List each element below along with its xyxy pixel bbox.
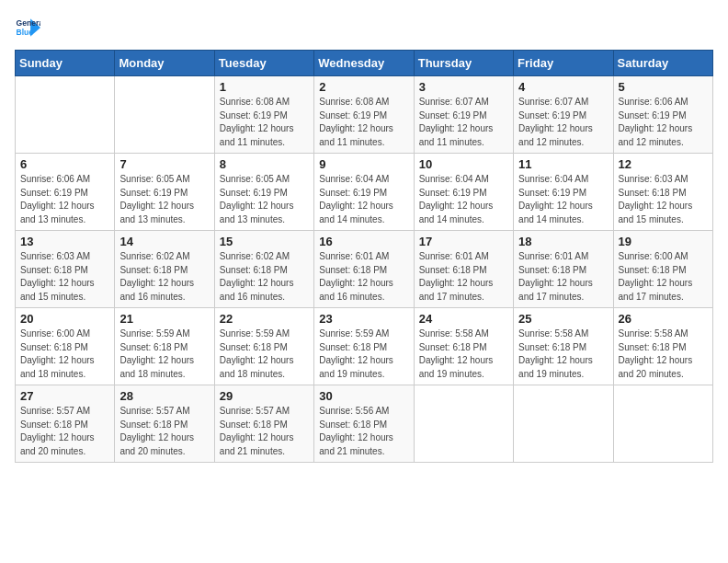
day-info: Sunrise: 6:03 AM Sunset: 6:18 PM Dayligh… — [619, 173, 708, 226]
calendar-day-27: 27Sunrise: 5:57 AM Sunset: 6:18 PM Dayli… — [16, 385, 115, 463]
calendar-week-row: 20Sunrise: 6:00 AM Sunset: 6:18 PM Dayli… — [16, 308, 713, 385]
day-number: 14 — [119, 235, 209, 248]
calendar-day-6: 6Sunrise: 6:06 AM Sunset: 6:19 PM Daylig… — [16, 154, 115, 231]
day-header-monday: Monday — [115, 51, 214, 76]
day-number: 3 — [419, 80, 508, 94]
day-info: Sunrise: 5:57 AM Sunset: 6:18 PM Dayligh… — [20, 405, 109, 458]
calendar-day-21: 21Sunrise: 5:59 AM Sunset: 6:18 PM Dayli… — [115, 308, 214, 385]
day-number: 23 — [319, 312, 408, 326]
day-info: Sunrise: 6:02 AM Sunset: 6:18 PM Dayligh… — [220, 250, 309, 304]
calendar-day-4: 4Sunrise: 6:07 AM Sunset: 6:19 PM Daylig… — [514, 76, 613, 154]
calendar-day-12: 12Sunrise: 6:03 AM Sunset: 6:18 PM Dayli… — [613, 154, 712, 231]
day-header-tuesday: Tuesday — [214, 51, 313, 76]
day-number: 1 — [220, 80, 309, 94]
day-info: Sunrise: 6:07 AM Sunset: 6:19 PM Dayligh… — [419, 96, 508, 149]
calendar-day-10: 10Sunrise: 6:04 AM Sunset: 6:19 PM Dayli… — [414, 154, 513, 231]
calendar-empty-cell — [414, 385, 513, 463]
calendar-day-9: 9Sunrise: 6:04 AM Sunset: 6:19 PM Daylig… — [314, 154, 414, 231]
day-info: Sunrise: 6:08 AM Sunset: 6:19 PM Dayligh… — [220, 96, 309, 149]
day-info: Sunrise: 5:59 AM Sunset: 6:18 PM Dayligh… — [319, 327, 408, 381]
day-number: 5 — [619, 80, 708, 94]
day-number: 30 — [319, 389, 408, 403]
calendar-empty-cell — [16, 76, 115, 154]
day-header-saturday: Saturday — [613, 51, 712, 76]
calendar-day-30: 30Sunrise: 5:56 AM Sunset: 6:18 PM Dayli… — [314, 385, 414, 463]
calendar-day-13: 13Sunrise: 6:03 AM Sunset: 6:18 PM Dayli… — [16, 231, 115, 308]
day-info: Sunrise: 6:08 AM Sunset: 6:19 PM Dayligh… — [319, 96, 408, 149]
day-number: 10 — [419, 157, 508, 171]
calendar-empty-cell — [613, 385, 712, 463]
calendar-day-3: 3Sunrise: 6:07 AM Sunset: 6:19 PM Daylig… — [414, 76, 513, 154]
day-info: Sunrise: 6:01 AM Sunset: 6:18 PM Dayligh… — [518, 250, 608, 304]
day-number: 19 — [619, 235, 708, 248]
calendar-day-5: 5Sunrise: 6:06 AM Sunset: 6:19 PM Daylig… — [613, 76, 712, 154]
day-info: Sunrise: 5:58 AM Sunset: 6:18 PM Dayligh… — [518, 327, 608, 381]
day-number: 21 — [119, 312, 209, 326]
day-info: Sunrise: 6:04 AM Sunset: 6:19 PM Dayligh… — [518, 173, 608, 226]
day-number: 2 — [319, 80, 408, 94]
day-number: 7 — [119, 157, 209, 171]
day-info: Sunrise: 6:04 AM Sunset: 6:19 PM Dayligh… — [319, 173, 408, 226]
day-number: 16 — [319, 235, 408, 248]
calendar-day-1: 1Sunrise: 6:08 AM Sunset: 6:19 PM Daylig… — [214, 76, 313, 154]
day-info: Sunrise: 6:03 AM Sunset: 6:18 PM Dayligh… — [20, 250, 109, 304]
calendar-week-row: 13Sunrise: 6:03 AM Sunset: 6:18 PM Dayli… — [16, 231, 713, 308]
day-number: 17 — [419, 235, 508, 248]
day-number: 11 — [518, 157, 608, 171]
day-info: Sunrise: 6:05 AM Sunset: 6:19 PM Dayligh… — [220, 173, 309, 226]
day-number: 8 — [220, 157, 309, 171]
calendar-day-7: 7Sunrise: 6:05 AM Sunset: 6:19 PM Daylig… — [115, 154, 214, 231]
day-info: Sunrise: 6:01 AM Sunset: 6:18 PM Dayligh… — [419, 250, 508, 304]
page-header: General Blue — [15, 15, 713, 40]
day-info: Sunrise: 5:57 AM Sunset: 6:18 PM Dayligh… — [220, 405, 309, 458]
calendar-day-18: 18Sunrise: 6:01 AM Sunset: 6:18 PM Dayli… — [514, 231, 613, 308]
calendar-day-26: 26Sunrise: 5:58 AM Sunset: 6:18 PM Dayli… — [613, 308, 712, 385]
calendar-day-20: 20Sunrise: 6:00 AM Sunset: 6:18 PM Dayli… — [16, 308, 115, 385]
calendar-day-17: 17Sunrise: 6:01 AM Sunset: 6:18 PM Dayli… — [414, 231, 513, 308]
day-info: Sunrise: 6:01 AM Sunset: 6:18 PM Dayligh… — [319, 250, 408, 304]
calendar-day-14: 14Sunrise: 6:02 AM Sunset: 6:18 PM Dayli… — [115, 231, 214, 308]
day-number: 22 — [220, 312, 309, 326]
day-info: Sunrise: 5:56 AM Sunset: 6:18 PM Dayligh… — [319, 405, 408, 458]
day-number: 12 — [619, 157, 708, 171]
day-info: Sunrise: 6:05 AM Sunset: 6:19 PM Dayligh… — [119, 173, 209, 226]
day-info: Sunrise: 6:02 AM Sunset: 6:18 PM Dayligh… — [119, 250, 209, 304]
day-info: Sunrise: 5:59 AM Sunset: 6:18 PM Dayligh… — [119, 327, 209, 381]
day-number: 24 — [419, 312, 508, 326]
day-number: 27 — [20, 389, 109, 403]
day-number: 9 — [319, 157, 408, 171]
day-number: 4 — [518, 80, 608, 94]
day-number: 13 — [20, 235, 109, 248]
day-header-friday: Friday — [514, 51, 613, 76]
day-header-wednesday: Wednesday — [314, 51, 414, 76]
day-number: 26 — [619, 312, 708, 326]
day-number: 29 — [220, 389, 309, 403]
calendar-day-2: 2Sunrise: 6:08 AM Sunset: 6:19 PM Daylig… — [314, 76, 414, 154]
day-header-sunday: Sunday — [16, 51, 115, 76]
calendar-day-23: 23Sunrise: 5:59 AM Sunset: 6:18 PM Dayli… — [314, 308, 414, 385]
calendar-day-28: 28Sunrise: 5:57 AM Sunset: 6:18 PM Dayli… — [115, 385, 214, 463]
day-info: Sunrise: 5:59 AM Sunset: 6:18 PM Dayligh… — [220, 327, 309, 381]
day-info: Sunrise: 5:57 AM Sunset: 6:18 PM Dayligh… — [119, 405, 209, 458]
calendar-day-15: 15Sunrise: 6:02 AM Sunset: 6:18 PM Dayli… — [214, 231, 313, 308]
calendar-week-row: 1Sunrise: 6:08 AM Sunset: 6:19 PM Daylig… — [16, 76, 713, 154]
calendar-header-row: SundayMondayTuesdayWednesdayThursdayFrid… — [16, 51, 713, 76]
day-info: Sunrise: 5:58 AM Sunset: 6:18 PM Dayligh… — [619, 327, 708, 381]
calendar-week-row: 6Sunrise: 6:06 AM Sunset: 6:19 PM Daylig… — [16, 154, 713, 231]
calendar-day-19: 19Sunrise: 6:00 AM Sunset: 6:18 PM Dayli… — [613, 231, 712, 308]
calendar-table: SundayMondayTuesdayWednesdayThursdayFrid… — [15, 50, 713, 463]
day-header-thursday: Thursday — [414, 51, 513, 76]
calendar-day-16: 16Sunrise: 6:01 AM Sunset: 6:18 PM Dayli… — [314, 231, 414, 308]
day-number: 28 — [119, 389, 209, 403]
calendar-day-24: 24Sunrise: 5:58 AM Sunset: 6:18 PM Dayli… — [414, 308, 513, 385]
day-info: Sunrise: 6:04 AM Sunset: 6:19 PM Dayligh… — [419, 173, 508, 226]
day-info: Sunrise: 6:00 AM Sunset: 6:18 PM Dayligh… — [619, 250, 708, 304]
day-number: 15 — [220, 235, 309, 248]
logo-icon: General Blue — [15, 15, 40, 40]
calendar-day-11: 11Sunrise: 6:04 AM Sunset: 6:19 PM Dayli… — [514, 154, 613, 231]
logo: General Blue — [15, 15, 46, 40]
day-info: Sunrise: 6:06 AM Sunset: 6:19 PM Dayligh… — [20, 173, 109, 226]
calendar-day-22: 22Sunrise: 5:59 AM Sunset: 6:18 PM Dayli… — [214, 308, 313, 385]
calendar-empty-cell — [514, 385, 613, 463]
day-number: 6 — [20, 157, 109, 171]
